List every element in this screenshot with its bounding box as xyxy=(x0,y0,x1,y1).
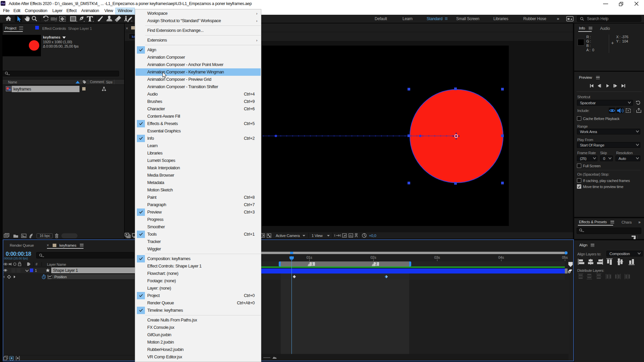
svg-text:2: 2 xyxy=(375,262,377,266)
svg-text:Active Camera: Active Camera xyxy=(276,234,300,238)
svg-text:+0,0: +0,0 xyxy=(369,234,376,238)
svg-text:16 bpc: 16 bpc xyxy=(40,234,50,238)
svg-text:1: 1 xyxy=(311,262,313,266)
svg-text:1 View: 1 View xyxy=(312,234,323,238)
svg-text:#: # xyxy=(36,262,38,266)
